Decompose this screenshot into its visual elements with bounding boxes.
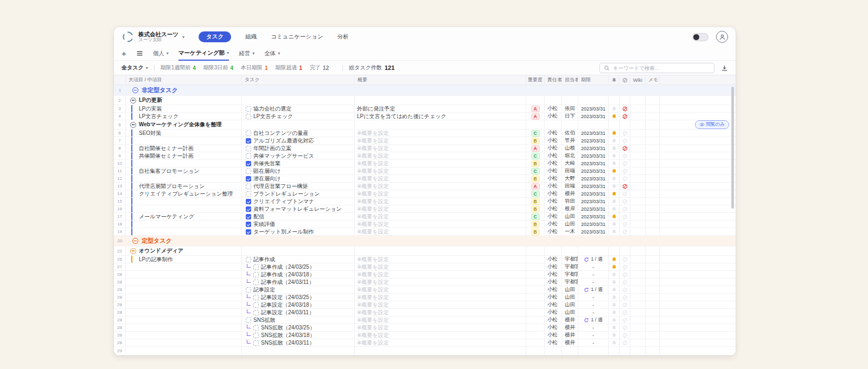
task-cell[interactable]: 資料フォーマットレギュレーション bbox=[242, 205, 355, 212]
collapse-icon[interactable] bbox=[130, 122, 136, 128]
memo-cell[interactable] bbox=[646, 286, 660, 293]
task-checkbox[interactable] bbox=[246, 257, 251, 262]
memo-cell[interactable] bbox=[646, 279, 660, 286]
wiki-cell[interactable] bbox=[630, 271, 646, 278]
noedit-cell[interactable] bbox=[620, 183, 630, 190]
bell-cell[interactable] bbox=[609, 120, 620, 129]
summary-cell[interactable]: ※概要を設定 bbox=[355, 205, 526, 212]
bell-cell[interactable] bbox=[609, 85, 620, 95]
table-row[interactable]: 17 メールマーケティング 配信 ※概要を設定 C 小松 山田 bbox=[114, 213, 736, 221]
bell-cell[interactable] bbox=[609, 271, 620, 278]
wiki-cell[interactable] bbox=[630, 301, 646, 308]
tab-marketing-dept[interactable]: マーケティング部 ▾ bbox=[178, 47, 229, 61]
table-row[interactable]: 7 アルゴリズム最適化対応 ※概要を設定 B 小松 笠井 bbox=[114, 137, 736, 145]
task-cell[interactable]: 記事作成（24/03/25） bbox=[242, 263, 355, 270]
noedit-cell[interactable] bbox=[620, 160, 630, 167]
wiki-cell[interactable] bbox=[630, 96, 646, 105]
task-cell[interactable]: SNS拡散（24/03/18） bbox=[242, 332, 355, 339]
wiki-cell[interactable] bbox=[630, 105, 646, 112]
wiki-cell[interactable] bbox=[630, 339, 646, 346]
summary-cell[interactable] bbox=[355, 120, 526, 129]
bell-cell[interactable] bbox=[609, 213, 620, 220]
noedit-cell[interactable] bbox=[620, 105, 630, 112]
bell-cell[interactable] bbox=[609, 332, 620, 339]
bell-cell[interactable] bbox=[609, 145, 620, 152]
bell-cell[interactable] bbox=[609, 279, 620, 286]
bell-cell[interactable] bbox=[609, 247, 620, 255]
tab-all[interactable]: 全体 ▾ bbox=[264, 47, 280, 61]
add-button[interactable]: + bbox=[122, 49, 126, 57]
summary-cell[interactable]: ※概要を設定 bbox=[355, 294, 526, 301]
table-row[interactable]: 12 潜在層向け ※概要を設定 B 小松 大野 bbox=[114, 175, 736, 183]
task-scope-dropdown[interactable]: 全タスク ▾ bbox=[122, 64, 148, 72]
noedit-cell[interactable] bbox=[620, 271, 630, 278]
bell-cell[interactable] bbox=[609, 175, 620, 182]
summary-cell[interactable]: ※概要を設定 bbox=[355, 286, 526, 293]
wiki-cell[interactable] bbox=[630, 183, 646, 190]
bell-cell[interactable] bbox=[609, 263, 620, 270]
task-cell[interactable]: ブランドレギュレーション bbox=[242, 190, 355, 197]
summary-cell[interactable]: ※概要を設定 bbox=[355, 137, 526, 144]
bell-cell[interactable] bbox=[609, 130, 620, 137]
memo-cell[interactable] bbox=[646, 130, 660, 137]
noedit-cell[interactable] bbox=[620, 256, 630, 263]
task-cell[interactable]: 年間計画の立案 bbox=[242, 145, 355, 152]
summary-cell[interactable] bbox=[355, 236, 526, 246]
table-row[interactable]: 9 共催開催セミナー計画 共催マッチングサービス ※概要を設定 C 小松 堀北 bbox=[114, 152, 736, 160]
task-checkbox[interactable] bbox=[253, 310, 259, 315]
task-cell[interactable]: 潜在層向け bbox=[242, 175, 355, 182]
task-checkbox[interactable] bbox=[246, 318, 251, 323]
noedit-cell[interactable] bbox=[620, 85, 630, 95]
task-cell[interactable] bbox=[242, 96, 355, 105]
summary-cell[interactable]: ※概要を設定 bbox=[355, 271, 526, 278]
task-cell[interactable]: 記事設定（24/03/11） bbox=[242, 309, 355, 316]
wiki-cell[interactable] bbox=[630, 286, 646, 293]
noedit-cell[interactable] bbox=[620, 113, 630, 120]
bell-cell[interactable] bbox=[609, 205, 620, 212]
nav-communication[interactable]: コミュニケーション bbox=[271, 33, 323, 41]
task-checkbox[interactable] bbox=[246, 214, 251, 219]
summary-cell[interactable]: ※概要を設定 bbox=[355, 332, 526, 339]
task-checkbox[interactable] bbox=[246, 146, 251, 151]
task-cell[interactable]: クリエイティブトンマナ bbox=[242, 198, 355, 205]
summary-cell[interactable]: ※概要を設定 bbox=[355, 145, 526, 152]
bell-cell[interactable] bbox=[609, 309, 620, 316]
bell-cell[interactable] bbox=[609, 347, 620, 355]
summary-cell[interactable] bbox=[355, 247, 526, 255]
task-cell[interactable]: SNS拡散 bbox=[242, 316, 355, 323]
task-cell[interactable]: 顕在層向け bbox=[242, 167, 355, 174]
table-row[interactable]: 26 LPの記事制作 記事作成 ※概要を設定 小松 宇都宮 bbox=[114, 256, 736, 263]
tab-management[interactable]: 経営 ▾ bbox=[239, 47, 254, 61]
bell-cell[interactable] bbox=[609, 339, 620, 346]
user-avatar[interactable] bbox=[716, 31, 728, 43]
summary-cell[interactable] bbox=[355, 85, 526, 95]
wiki-cell[interactable] bbox=[630, 213, 646, 220]
table-row[interactable]: 28 SNS拡散（24/03/18） ※概要を設定 小松 横井 bbox=[114, 332, 736, 339]
wiki-cell[interactable] bbox=[630, 113, 646, 120]
theme-toggle[interactable] bbox=[692, 33, 709, 41]
task-checkbox[interactable] bbox=[246, 169, 251, 174]
list-view-icon[interactable] bbox=[136, 50, 143, 57]
table-row[interactable]: 20 定型タスク bbox=[114, 236, 736, 247]
wiki-cell[interactable] bbox=[630, 221, 646, 228]
stat-due-today[interactable]: 本日期限 1 bbox=[241, 64, 268, 72]
memo-cell[interactable] bbox=[646, 96, 660, 105]
memo-cell[interactable] bbox=[646, 294, 660, 301]
summary-cell[interactable]: ※概要を設定 bbox=[355, 339, 526, 346]
summary-cell[interactable]: ※概要を設定 bbox=[355, 198, 526, 205]
memo-cell[interactable] bbox=[646, 332, 660, 339]
table-row[interactable]: 2 LPの更新 bbox=[114, 96, 736, 105]
download-icon[interactable] bbox=[721, 64, 728, 72]
wiki-cell[interactable] bbox=[630, 309, 646, 316]
table-row[interactable]: 28 記事設定（24/03/18） ※概要を設定 小松 山田 bbox=[114, 301, 736, 309]
wiki-cell[interactable] bbox=[630, 167, 646, 174]
wiki-cell[interactable] bbox=[630, 160, 646, 167]
summary-cell[interactable]: ※概要を設定 bbox=[355, 160, 526, 167]
table-row[interactable]: 10 共催先営業 ※概要を設定 B 小松 大崎 bbox=[114, 160, 736, 167]
wiki-cell[interactable] bbox=[630, 324, 646, 331]
summary-cell[interactable] bbox=[355, 347, 526, 355]
wiki-cell[interactable] bbox=[630, 190, 646, 197]
table-row[interactable]: 14 クリエイティブレギュレーション整理 ブランドレギュレーション ※概要を設定… bbox=[114, 190, 736, 198]
wiki-cell[interactable] bbox=[630, 263, 646, 270]
task-cell[interactable]: 記事設定 bbox=[242, 286, 355, 293]
